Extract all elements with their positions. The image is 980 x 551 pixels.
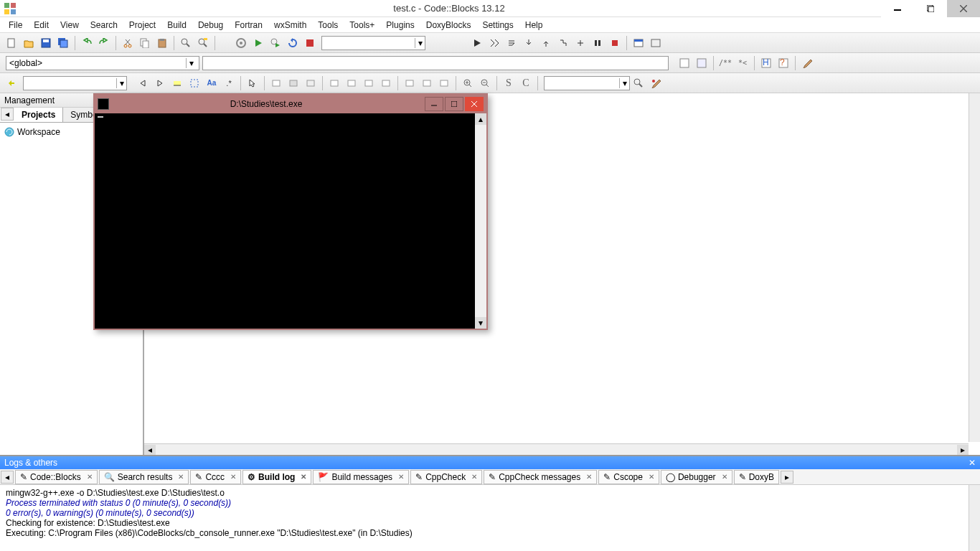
scope-combo[interactable]: <global>▾ [6, 56, 199, 70]
match-case-button[interactable]: Aa [204, 75, 220, 91]
options-button[interactable] [648, 75, 664, 91]
menu-debug[interactable]: Debug [192, 19, 229, 32]
menu-wxsmith[interactable]: wxSmith [268, 19, 312, 32]
search-combo[interactable]: ▾ [544, 76, 630, 90]
log-tab-debugger[interactable]: ◯Debugger✕ [661, 470, 732, 484]
console-vscroll[interactable]: ▴ ▾ [475, 113, 486, 329]
scroll-track[interactable] [475, 125, 486, 317]
search-go-button[interactable] [631, 75, 646, 91]
close-icon[interactable]: ✕ [230, 473, 236, 481]
console-maximize-button[interactable] [445, 97, 463, 111]
logs-content[interactable]: mingw32-g++.exe -o D:\Studies\test.exe D… [0, 485, 980, 551]
highlight-button[interactable] [169, 75, 185, 91]
doxy-html-button[interactable]: H [758, 55, 774, 71]
minimize-button[interactable] [881, 0, 914, 17]
paste-button[interactable] [154, 35, 170, 51]
close-icon[interactable]: ✕ [722, 473, 727, 481]
pointer-button[interactable] [245, 75, 260, 91]
menu-tools[interactable]: Tools [312, 19, 344, 32]
log-tab-doxy[interactable]: ✎DoxyB [734, 470, 779, 484]
copy-button[interactable] [137, 35, 153, 51]
text-s-button[interactable]: S [501, 75, 517, 91]
block-button-3[interactable] [303, 75, 319, 91]
scroll-down-button[interactable]: ▾ [475, 317, 486, 329]
nav-jump-button[interactable] [4, 75, 19, 91]
doxy-chm-button[interactable]: ? [776, 55, 791, 71]
redo-button[interactable] [96, 35, 112, 51]
doxy-comment-button[interactable]: /** [717, 55, 733, 71]
break-button[interactable] [590, 35, 606, 51]
run-to-cursor-button[interactable] [486, 35, 502, 51]
scroll-up-button[interactable]: ▴ [475, 113, 486, 125]
block-button-5[interactable] [344, 75, 359, 91]
console-body[interactable]: ▴ ▾ [95, 113, 486, 329]
close-icon[interactable]: ✕ [398, 473, 404, 481]
menu-doxyblocks[interactable]: DoxyBlocks [420, 19, 477, 32]
log-tab-cccc[interactable]: ✎Cccc✕ [190, 470, 241, 484]
save-all-button[interactable] [55, 35, 71, 51]
build-button[interactable] [233, 35, 249, 51]
block-button-7[interactable] [378, 75, 394, 91]
menu-project[interactable]: Project [123, 19, 161, 32]
stop-debugger-button[interactable] [607, 35, 623, 51]
sidebar-tab-left-arrow[interactable]: ◂ [1, 108, 14, 121]
select-button[interactable] [187, 75, 202, 91]
menu-settings[interactable]: Settings [476, 19, 519, 32]
hscroll-track[interactable] [156, 445, 957, 455]
find-button[interactable] [178, 35, 194, 51]
doxy-config-button[interactable] [799, 55, 815, 71]
menu-plugins[interactable]: Plugins [380, 19, 420, 32]
regex-button[interactable]: .* [221, 75, 237, 91]
menu-tools-plus[interactable]: Tools+ [344, 19, 380, 32]
menu-view[interactable]: View [55, 19, 85, 32]
hscroll-left-button[interactable]: ◂ [144, 445, 156, 455]
run-button[interactable] [250, 35, 266, 51]
menu-search[interactable]: Search [85, 19, 123, 32]
debugging-windows-button[interactable] [631, 35, 646, 51]
zoom-out-button[interactable] [477, 75, 493, 91]
log-tab-cppcheckmsg[interactable]: ✎CppCheck messages✕ [484, 470, 597, 484]
step-into-instruction-button[interactable] [573, 35, 588, 51]
close-icon[interactable]: ✕ [586, 473, 592, 481]
close-icon[interactable]: ✕ [649, 473, 654, 481]
symbol-combo[interactable] [202, 56, 669, 70]
next-line-button[interactable] [504, 35, 519, 51]
block-button-4[interactable] [326, 75, 342, 91]
replace-button[interactable] [195, 35, 211, 51]
block-button-2[interactable] [286, 75, 301, 91]
menu-edit[interactable]: Edit [28, 19, 55, 32]
text-c-button[interactable]: C [518, 75, 534, 91]
close-icon[interactable]: ✕ [471, 473, 477, 481]
rebuild-button[interactable] [285, 35, 301, 51]
log-tab-cscope[interactable]: ✎Cscope✕ [598, 470, 659, 484]
console-titlebar[interactable]: D:\Studies\test.exe [95, 95, 486, 113]
close-icon[interactable]: ✕ [87, 473, 93, 481]
console-minimize-button[interactable] [425, 97, 443, 111]
menu-file[interactable]: File [3, 19, 28, 32]
block-button-6[interactable] [361, 75, 377, 91]
cut-button[interactable] [120, 35, 136, 51]
console-close-button[interactable] [465, 97, 484, 111]
editor-hscroll[interactable]: ◂ ▸ [144, 443, 969, 455]
block-button-8[interactable] [402, 75, 418, 91]
abort-button[interactable] [302, 35, 318, 51]
close-icon[interactable]: ✕ [178, 473, 184, 481]
close-icon[interactable]: ✕ [301, 473, 306, 481]
debug-continue-button[interactable] [469, 35, 485, 51]
build-and-run-button[interactable] [268, 35, 283, 51]
various-info-button[interactable] [648, 35, 664, 51]
logs-vscroll[interactable] [969, 485, 980, 551]
block-button-1[interactable] [268, 75, 284, 91]
log-tab-buildmsg[interactable]: 🚩Build messages✕ [313, 470, 409, 484]
block-button-10[interactable] [436, 75, 452, 91]
hscroll-right-button[interactable]: ▸ [957, 445, 969, 455]
menu-fortran[interactable]: Fortran [229, 19, 268, 32]
log-tab-search[interactable]: 🔍Search results✕ [99, 470, 189, 484]
nav-fwd-button[interactable] [152, 75, 168, 91]
editor-vscroll[interactable] [969, 93, 980, 442]
logs-close-icon[interactable]: ✕ [969, 458, 976, 468]
block-button-9[interactable] [419, 75, 435, 91]
doxy-button-2[interactable] [694, 55, 710, 71]
nav-back-button[interactable] [135, 75, 151, 91]
build-target-combo[interactable]: ▾ [321, 36, 425, 50]
